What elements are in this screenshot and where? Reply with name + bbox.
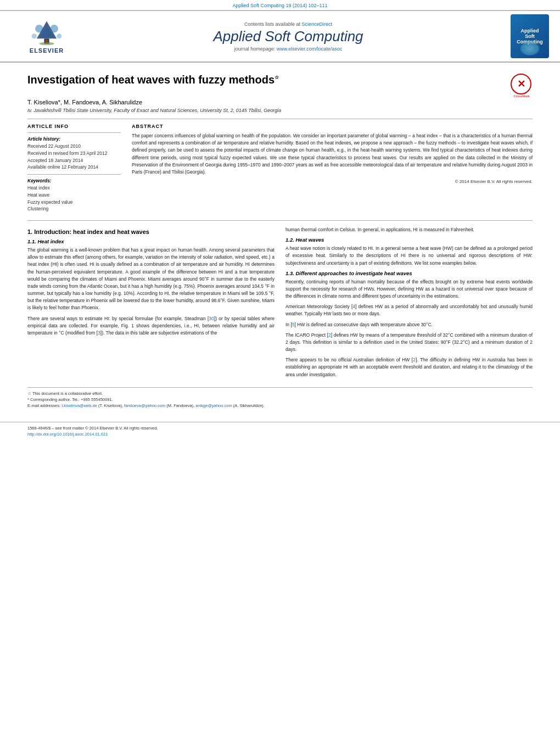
ref2-link-1[interactable]: 2 bbox=[328, 332, 331, 338]
body-para-7: In [5] HW is defined as consecutive days… bbox=[285, 321, 533, 328]
journal-badge-area: Applied Soft Computing bbox=[494, 14, 549, 58]
keyword-2: Heat wave bbox=[27, 192, 121, 199]
body-para-4: A heat wave notion is closely related to… bbox=[285, 245, 533, 267]
crossmark-badge: ✕ CrossMark bbox=[511, 74, 533, 96]
history-label: Article history: bbox=[27, 136, 121, 142]
received-revised-date: Received in revised form 23 April 2012 bbox=[27, 150, 108, 156]
keywords-block: Keywords: Heat index Heat wave Fuzzy exp… bbox=[27, 178, 121, 213]
article-info: ARTICLE INFO Article history: Received 2… bbox=[27, 124, 121, 215]
body-para-6: American Meteorology Society [4] defines… bbox=[285, 303, 533, 317]
keyword-3: Fuzzy expected value bbox=[27, 199, 121, 206]
email-link-3[interactable]: anikge@yahoo.com bbox=[195, 403, 232, 408]
footnote-corresponding: * Corresponding author. Tel.: +995 55545… bbox=[27, 397, 533, 403]
abstract-heading: ABSTRACT bbox=[132, 124, 533, 129]
journal-homepage-link[interactable]: www.elsevier.com/locate/asoc bbox=[277, 46, 343, 52]
svg-point-6 bbox=[57, 34, 61, 38]
body-para-9: There appears to be no official Australi… bbox=[285, 356, 533, 378]
body-para-3: human thermal comfort in Celsius. In gen… bbox=[285, 226, 533, 233]
article-info-heading: ARTICLE INFO bbox=[27, 124, 121, 129]
footnotes-section: ☆ This document is a collaborative effor… bbox=[27, 387, 533, 409]
doi-link-line: http://dx.doi.org/10.1016/j.asoc.2014.01… bbox=[27, 431, 533, 437]
copyright-notice: © 2014 Elsevier B.V. All rights reserved… bbox=[132, 179, 533, 184]
ref5-link[interactable]: 5 bbox=[292, 322, 295, 327]
main-content: Investigation of heat waves with fuzzy m… bbox=[0, 63, 560, 417]
email-link-1[interactable]: t.kiselinva@web.de bbox=[61, 403, 97, 408]
body-para-2: There are several ways to estimate HI: b… bbox=[27, 315, 275, 337]
email1-name: (T. Kiseliova), bbox=[98, 403, 123, 408]
email2-name: (M. Fandoeva), bbox=[166, 403, 194, 408]
ref2-link-2[interactable]: 2 bbox=[413, 357, 416, 362]
info-abstract-section: ARTICLE INFO Article history: Received 2… bbox=[27, 119, 533, 215]
email3-name: (A. Sikharulidze). bbox=[233, 403, 265, 408]
subsec13-heading: 1.3. Different approaches to investigate… bbox=[285, 270, 533, 276]
journal-homepage-text: journal homepage: www.elsevier.com/locat… bbox=[88, 46, 489, 52]
journal-badge: Applied Soft Computing bbox=[511, 14, 549, 58]
elsevier-logo: ELSEVIER bbox=[11, 19, 82, 54]
subsec11-heading: 1.1. Heat index bbox=[27, 238, 275, 244]
body-left-col: 1. Introduction: heat index and heat wav… bbox=[27, 226, 275, 382]
article-title-section: Investigation of heat waves with fuzzy m… bbox=[27, 68, 533, 96]
body-para-1: The global warming is a well-known probl… bbox=[27, 247, 275, 312]
article-title: Investigation of heat waves with fuzzy m… bbox=[27, 74, 500, 86]
keywords-list: Heat index Heat wave Fuzzy expected valu… bbox=[27, 185, 121, 213]
received-date: Received 22 August 2010 bbox=[27, 143, 81, 149]
abstract-text: The paper concerns influences of global … bbox=[132, 132, 533, 176]
footnote-star: ☆ This document is a collaborative effor… bbox=[27, 390, 533, 397]
ref30-link[interactable]: 30 bbox=[209, 316, 214, 321]
article-history: Article history: Received 22 August 2010… bbox=[27, 136, 121, 171]
journal-title-area: Contents lists available at ScienceDirec… bbox=[88, 21, 489, 52]
science-direct-text: Contents lists available at ScienceDirec… bbox=[88, 21, 489, 27]
svg-point-3 bbox=[35, 25, 43, 33]
body-right-col: human thermal comfort in Celsius. In gen… bbox=[285, 226, 533, 382]
elsevier-logo-area: ELSEVIER bbox=[11, 19, 82, 54]
svg-point-5 bbox=[32, 34, 37, 38]
article-title-text: Investigation of heat waves with fuzzy m… bbox=[27, 74, 275, 86]
authors: T. Kiseliova*, M. Fandoeva, A. Sikharuli… bbox=[27, 99, 533, 105]
keywords-label: Keywords: bbox=[27, 178, 121, 183]
issn-notice: 1568-4946/$ – see front matter © 2014 El… bbox=[27, 425, 533, 431]
elsevier-tree-icon bbox=[25, 19, 69, 46]
science-direct-link[interactable]: ScienceDirect bbox=[302, 21, 333, 27]
ref4-link[interactable]: 4 bbox=[352, 304, 355, 309]
ref3-link[interactable]: 3 bbox=[98, 330, 100, 336]
journal-citation-link[interactable]: Applied Soft Computing 19 (2014) 102–111 bbox=[232, 3, 327, 8]
journal-name: Applied Soft Computing bbox=[88, 28, 489, 45]
subsec12-heading: 1.2. Heat waves bbox=[285, 237, 533, 243]
elsevier-label: ELSEVIER bbox=[30, 47, 64, 54]
abstract-section: ABSTRACT The paper concerns influences o… bbox=[132, 124, 533, 215]
doi-link[interactable]: http://dx.doi.org/10.1016/j.asoc.2014.01… bbox=[27, 432, 108, 437]
author-list: T. Kiseliova*, M. Fandoeva, A. Sikharuli… bbox=[27, 99, 142, 105]
keyword-1: Heat index bbox=[27, 185, 121, 192]
available-online-date: Available online 12 February 2014 bbox=[27, 164, 98, 170]
top-banner: Applied Soft Computing 19 (2014) 102–111 bbox=[0, 0, 560, 10]
section1-heading: 1. Introduction: heat index and heat wav… bbox=[27, 228, 275, 235]
keyword-4: Clustering bbox=[27, 205, 121, 213]
body-para-5: Recently, continuing reports of human mo… bbox=[285, 278, 533, 300]
body-content: 1. Introduction: heat index and heat wav… bbox=[27, 226, 533, 382]
footnote-emails: E-mail addresses: t.kiselinva@web.de (T.… bbox=[27, 403, 533, 409]
page-footer: 1568-4946/$ – see front matter © 2014 El… bbox=[0, 422, 560, 438]
body-para-8: The ICARO Project [2] defines HW by mean… bbox=[285, 332, 533, 354]
affiliation: Iv. Javakhishvili Tbilisi State Universi… bbox=[27, 108, 533, 113]
crossmark-icon: ✕ bbox=[511, 74, 531, 94]
email-link-2[interactable]: fandoeva@yahoo.com bbox=[124, 403, 165, 408]
section-divider bbox=[27, 220, 533, 221]
svg-point-4 bbox=[50, 25, 58, 33]
journal-header: ELSEVIER Contents lists available at Sci… bbox=[0, 10, 560, 63]
svg-point-8 bbox=[39, 42, 54, 45]
title-star: ☆ bbox=[275, 75, 279, 80]
crossmark-label: CrossMark bbox=[511, 94, 533, 98]
accepted-date: Accepted 18 January 2014 bbox=[27, 158, 83, 163]
